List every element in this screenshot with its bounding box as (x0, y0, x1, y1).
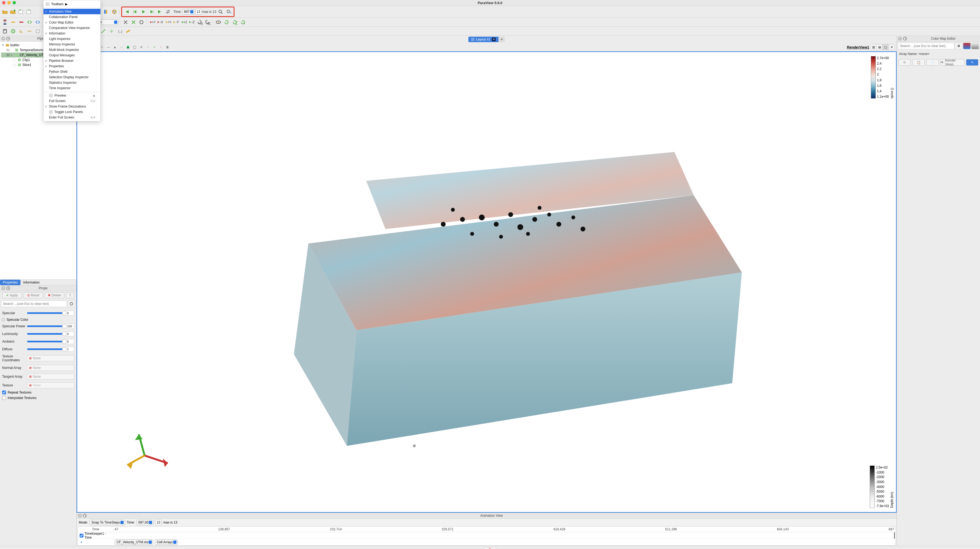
eye-icon[interactable] (13, 58, 16, 62)
specular-power-slider[interactable] (27, 325, 64, 327)
menu-item-light-inspector[interactable]: Light Inspector (43, 36, 100, 41)
menu-item-information[interactable]: ✓Information (43, 31, 100, 36)
view-pos-z-button[interactable]: +Z (180, 18, 188, 26)
eye-icon[interactable] (6, 53, 10, 57)
cme-reload-button[interactable]: ↻ (899, 59, 911, 66)
zoom-to-data-button[interactable] (217, 8, 224, 16)
next-frame-button[interactable] (148, 8, 155, 16)
plot-over-line-button[interactable] (100, 27, 107, 35)
normal-array-combo[interactable]: None (27, 365, 74, 371)
menu-item-pipeline-browser[interactable]: ✓Pipeline Browser (43, 58, 100, 64)
interpolate-textures-checkbox[interactable] (2, 396, 6, 400)
animation-track-row[interactable]: TimeKeeper1 - Time (78, 532, 895, 539)
clear-button[interactable]: ✕ (138, 45, 144, 50)
prev-frame-button[interactable] (131, 8, 139, 16)
close-panel-icon[interactable]: ✕ (78, 514, 82, 517)
menu-item-preview[interactable]: Preview▶ (43, 93, 100, 98)
menu-item-time-inspector[interactable]: Time Inspector (43, 85, 100, 91)
lasso-button[interactable]: ◯ (132, 45, 137, 50)
menu-item-full-screen[interactable]: Full ScreenF11 (43, 98, 100, 104)
zoom-add-button[interactable]: + (225, 8, 232, 16)
threshold-button[interactable] (34, 27, 41, 35)
view-neg-x-button[interactable]: -X (156, 18, 164, 26)
time-value-combo[interactable]: 697 (182, 9, 195, 14)
render-view[interactable]: 2.7e+002.42.221.81.61.41.1e+00 vp/vs () … (76, 51, 897, 512)
animation-track-area[interactable]: Time 47139.857232.714325.571418.429511.2… (78, 526, 896, 546)
first-frame-button[interactable] (123, 8, 131, 16)
view-neg-z-button[interactable]: -Z (188, 18, 196, 26)
slice-button[interactable] (26, 27, 33, 35)
float-panel-icon[interactable]: ◧ (83, 514, 87, 517)
ruler-button[interactable]: — (106, 45, 111, 50)
menu-item-statistics-inspector[interactable]: Statistics Inspector (43, 80, 100, 85)
rescale-visible-button[interactable] (26, 18, 33, 26)
help-button[interactable]: ? (66, 292, 74, 298)
luminosity-value[interactable]: 0 (66, 331, 74, 336)
split-h-button[interactable]: ▥ (870, 45, 877, 50)
cme-color-button[interactable] (963, 43, 971, 49)
maximize-view-button[interactable]: ▢ (883, 45, 889, 50)
track-enable-checkbox[interactable] (80, 534, 83, 538)
menu-item-collaboration-panel[interactable]: Collaboration Panel (43, 14, 100, 20)
edit-color-map-button[interactable] (111, 8, 118, 16)
float-panel-icon[interactable]: ◧ (903, 37, 907, 40)
probe-button[interactable] (108, 27, 115, 35)
view-minus-button[interactable]: − (158, 45, 164, 50)
menu-item-comparative-view-inspector[interactable]: Comparative View Inspector (43, 25, 100, 31)
tex-coords-combo[interactable]: None (27, 355, 74, 361)
ambient-slider[interactable] (27, 341, 64, 342)
ruler-button[interactable] (124, 27, 132, 35)
luminosity-slider[interactable] (27, 333, 64, 335)
close-panel-icon[interactable]: ✕ (2, 286, 5, 290)
maximize-window[interactable] (13, 1, 16, 5)
eye-icon[interactable] (6, 48, 10, 52)
select-cells-button[interactable]: ▲ (112, 45, 118, 50)
colormap-preset-button[interactable] (1, 18, 9, 26)
color-palette-button[interactable] (102, 8, 110, 16)
open-recent-button[interactable] (9, 8, 17, 16)
specular-value[interactable]: 0 (66, 310, 74, 315)
select-points-button[interactable]: ·∴ (119, 45, 124, 50)
ambient-value[interactable]: 0 (66, 339, 74, 344)
texture-combo[interactable]: None (27, 382, 74, 388)
view-pos-y-button[interactable]: +Y (164, 18, 172, 26)
close-window[interactable] (2, 1, 5, 5)
rotate-90ccw-button[interactable]: -90 (204, 18, 212, 26)
cme-paste-button[interactable]: 📄 (926, 59, 939, 66)
cme-render-views-button[interactable]: 👁Render Views (940, 59, 964, 66)
refresh-button[interactable] (223, 18, 231, 26)
clip-button[interactable] (18, 27, 25, 35)
play-button[interactable] (140, 8, 147, 16)
calculator-button[interactable] (1, 27, 9, 35)
properties-search-input[interactable] (1, 301, 67, 307)
specular-color-swatch[interactable] (2, 318, 5, 321)
open-file-button[interactable] (1, 8, 9, 16)
menu-item-properties[interactable]: ✓Properties (43, 64, 100, 69)
frame-spin[interactable]: 13 (195, 9, 202, 14)
rescale-overtime-button[interactable] (34, 18, 41, 26)
menu-item-enter-full[interactable]: Enter Full Screenfn F (43, 115, 100, 120)
menu-item-animation-view[interactable]: ✓Animation View (43, 9, 100, 14)
rescale-range-button[interactable] (9, 18, 17, 26)
animation-add-track-row[interactable]: + CF_Velocity_UTM.vts Cell Arrays (78, 539, 895, 546)
tab-information[interactable]: Information (21, 280, 42, 285)
cme-copy-button[interactable]: 📋 (912, 59, 925, 66)
save-data-button[interactable] (25, 8, 33, 16)
add-layout-button[interactable]: + (498, 37, 505, 42)
advanced-toggle-button[interactable] (68, 301, 75, 307)
apply-button[interactable]: ✔Apply (2, 292, 22, 298)
menu-item-python-shell[interactable]: Python Shell (43, 69, 100, 75)
save-state-button[interactable] (17, 8, 25, 16)
close-view-button[interactable]: ✕ (889, 45, 895, 50)
axes-toggle-button[interactable] (122, 18, 129, 26)
tangent-array-combo[interactable]: None (27, 374, 74, 380)
cme-gear-button[interactable]: ⚙ (955, 43, 963, 49)
properties-body[interactable]: Specular0 Specular Color Specular Power1… (0, 308, 76, 546)
float-panel-icon[interactable]: ◧ (6, 37, 10, 40)
refresh-all-button[interactable] (231, 18, 239, 26)
add-track-array-combo[interactable]: Cell Arrays (155, 539, 178, 545)
last-frame-button[interactable] (156, 8, 164, 16)
layout-tab-1[interactable]: Layout #1 ✕ (468, 37, 499, 42)
eye-icon[interactable] (13, 63, 16, 67)
specular-slider[interactable] (27, 312, 64, 314)
